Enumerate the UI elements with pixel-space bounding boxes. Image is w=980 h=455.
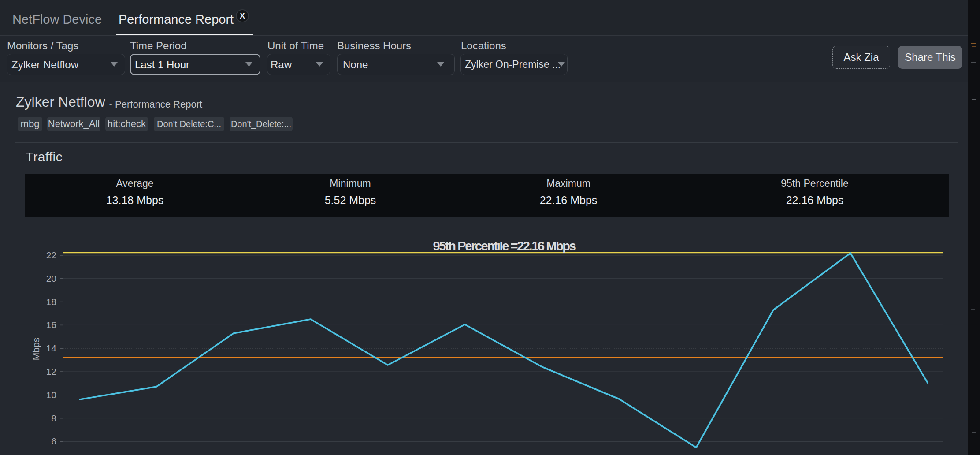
svg-text:8: 8 <box>51 413 56 423</box>
svg-text:20: 20 <box>46 273 56 283</box>
svg-text:6: 6 <box>51 436 56 446</box>
svg-text:18: 18 <box>46 297 56 307</box>
svg-text:10: 10 <box>46 390 56 400</box>
svg-text:12: 12 <box>46 366 56 377</box>
svg-text:16: 16 <box>46 320 56 330</box>
svg-text:95th Percentile =22.16 Mbps: 95th Percentile =22.16 Mbps <box>433 239 576 253</box>
svg-text:Mbps: Mbps <box>31 338 41 360</box>
svg-text:14: 14 <box>46 343 57 353</box>
svg-text:22: 22 <box>46 250 56 260</box>
